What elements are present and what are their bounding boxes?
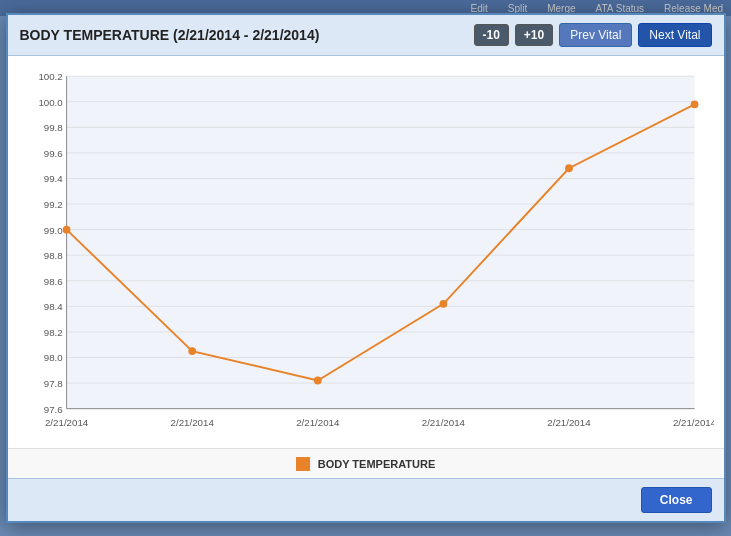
svg-text:100.0: 100.0 bbox=[38, 97, 63, 108]
modal-header: BODY TEMPERATURE (2/21/2014 - 2/21/2014)… bbox=[8, 15, 724, 56]
svg-text:98.8: 98.8 bbox=[43, 250, 62, 261]
legend-area: BODY TEMPERATURE bbox=[8, 448, 724, 478]
svg-point-34 bbox=[439, 300, 447, 308]
svg-text:98.4: 98.4 bbox=[43, 301, 63, 312]
svg-point-35 bbox=[565, 164, 573, 172]
svg-point-32 bbox=[188, 347, 196, 355]
svg-text:99.0: 99.0 bbox=[43, 225, 63, 236]
legend-label: BODY TEMPERATURE bbox=[318, 458, 436, 470]
svg-text:100.2: 100.2 bbox=[38, 71, 62, 82]
svg-text:98.0: 98.0 bbox=[43, 352, 63, 363]
svg-text:99.6: 99.6 bbox=[43, 148, 62, 159]
svg-text:2/21/2014: 2/21/2014 bbox=[421, 417, 465, 428]
modal-footer: Close bbox=[8, 478, 724, 521]
svg-text:98.2: 98.2 bbox=[43, 327, 62, 338]
modal-title: BODY TEMPERATURE (2/21/2014 - 2/21/2014) bbox=[20, 27, 320, 43]
svg-text:97.6: 97.6 bbox=[43, 404, 62, 415]
svg-text:99.8: 99.8 bbox=[43, 122, 62, 133]
svg-text:2/21/2014: 2/21/2014 bbox=[44, 417, 88, 428]
chart-svg: 97.697.898.098.298.498.698.899.099.299.4… bbox=[18, 66, 714, 448]
plus10-button[interactable]: +10 bbox=[515, 24, 553, 46]
close-button[interactable]: Close bbox=[641, 487, 712, 513]
minus10-button[interactable]: -10 bbox=[474, 24, 509, 46]
svg-text:99.2: 99.2 bbox=[43, 199, 62, 210]
next-vital-button[interactable]: Next Vital bbox=[638, 23, 711, 47]
svg-text:99.4: 99.4 bbox=[43, 173, 63, 184]
modal-overlay: BODY TEMPERATURE (2/21/2014 - 2/21/2014)… bbox=[0, 0, 731, 536]
svg-text:97.8: 97.8 bbox=[43, 378, 62, 389]
svg-text:2/21/2014: 2/21/2014 bbox=[170, 417, 214, 428]
svg-point-33 bbox=[313, 377, 321, 385]
svg-point-36 bbox=[690, 100, 698, 108]
svg-text:98.6: 98.6 bbox=[43, 276, 62, 287]
svg-text:2/21/2014: 2/21/2014 bbox=[672, 417, 713, 428]
svg-rect-0 bbox=[66, 76, 694, 408]
svg-point-31 bbox=[62, 226, 70, 234]
modal: BODY TEMPERATURE (2/21/2014 - 2/21/2014)… bbox=[6, 13, 726, 523]
legend-color-box bbox=[296, 457, 310, 471]
header-controls: -10 +10 Prev Vital Next Vital bbox=[474, 23, 712, 47]
chart-area: 97.697.898.098.298.498.698.899.099.299.4… bbox=[8, 56, 724, 448]
svg-text:2/21/2014: 2/21/2014 bbox=[547, 417, 591, 428]
prev-vital-button[interactable]: Prev Vital bbox=[559, 23, 632, 47]
svg-text:2/21/2014: 2/21/2014 bbox=[296, 417, 340, 428]
